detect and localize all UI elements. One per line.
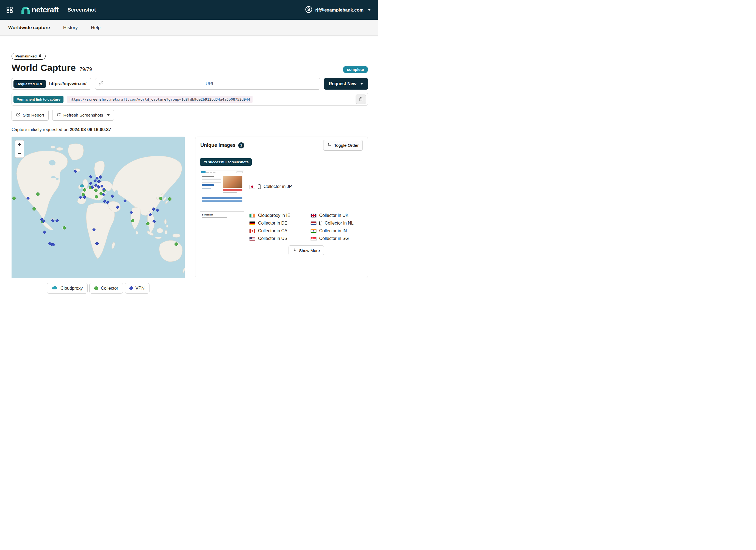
screenshot-thumbnail-jp[interactable] [200, 170, 244, 203]
nav-item-worldwide-capture[interactable]: Worldwide capture [8, 25, 50, 31]
thumb-decoration [206, 172, 209, 173]
map-marker-vpn[interactable] [106, 201, 110, 204]
collector-label: Collector in NL [325, 221, 354, 226]
collector-entry[interactable]: Collector in JP [249, 184, 292, 189]
collector-label: Collector in CA [258, 228, 287, 233]
show-more-button[interactable]: Show More [289, 245, 324, 255]
map-marker-vpn[interactable] [100, 184, 104, 188]
map-marker-collector[interactable] [159, 197, 162, 200]
map-marker-vpn[interactable] [89, 182, 93, 185]
map-marker-vpn[interactable] [123, 199, 127, 203]
map-marker-collector[interactable] [168, 197, 171, 201]
collector-entry[interactable]: Collector in DE [249, 221, 302, 226]
permalinked-label: Permalinked [15, 54, 37, 58]
map-marker-vpn[interactable] [43, 230, 46, 234]
map-marker-vpn[interactable] [156, 209, 159, 212]
collector-label: Collector in UK [319, 213, 349, 218]
map-marker-vpn[interactable] [95, 242, 99, 245]
map-marker-vpn[interactable] [92, 228, 96, 231]
apps-grid-icon[interactable] [6, 6, 13, 13]
row-divider [200, 259, 363, 259]
collector-entry[interactable]: Collector in SG [311, 236, 364, 241]
toggle-order-button[interactable]: Toggle Order [323, 140, 363, 151]
map-marker-vpn[interactable] [51, 219, 55, 223]
collector-label: Collector in DE [258, 221, 287, 226]
map-marker-cloudproxy[interactable] [79, 184, 85, 187]
url-input[interactable] [104, 81, 317, 87]
nav-item-help[interactable]: Help [91, 25, 101, 31]
collector-entry[interactable]: Collector in US [249, 236, 302, 241]
world-map[interactable]: + − [12, 137, 185, 278]
screenshot-thumbnail-forbidden[interactable]: Forbidden [200, 211, 244, 244]
collector-entry[interactable]: Collector in NL [311, 221, 364, 226]
thumb-decoration [200, 170, 244, 174]
panel-body: 79 successful screenshots [195, 154, 368, 264]
flag-us-icon [249, 237, 255, 241]
site-report-button[interactable]: Site Report [12, 110, 49, 121]
request-new-button[interactable]: Request New [324, 78, 368, 90]
legend-collector[interactable]: Collector [89, 283, 123, 294]
map-marker-collector[interactable] [175, 242, 178, 246]
map-marker-vpn[interactable] [74, 170, 77, 173]
map-marker-vpn[interactable] [95, 176, 99, 180]
map-marker-vpn[interactable] [55, 219, 59, 223]
link-icon [99, 81, 104, 87]
flag-sg-icon [311, 237, 317, 241]
map-marker-collector[interactable] [63, 226, 66, 230]
thumb-decoration [223, 176, 242, 193]
map-marker-vpn[interactable] [148, 213, 152, 217]
map-marker-collector[interactable] [83, 188, 86, 192]
zoom-in-button[interactable]: + [15, 140, 24, 149]
mobile-icon [319, 221, 322, 225]
page-title: World Capture [12, 62, 76, 73]
collector-entry[interactable]: Cloudproxy in IE [249, 213, 302, 218]
flag-uk-icon [311, 214, 317, 218]
collector-entry[interactable]: Collector in IN [311, 228, 364, 233]
map-marker-vpn[interactable] [93, 179, 97, 183]
map-marker-vpn[interactable] [79, 196, 82, 199]
site-report-label: Site Report [23, 113, 44, 118]
map-marker-vpn[interactable] [97, 185, 101, 189]
url-input-wrap [95, 78, 320, 90]
map-marker-vpn[interactable] [130, 211, 133, 214]
map-marker-vpn[interactable] [116, 206, 120, 209]
map-marker-collector[interactable] [95, 195, 98, 198]
legend-cloudproxy[interactable]: Cloudproxy [47, 283, 88, 294]
map-marker-vpn[interactable] [152, 208, 155, 211]
thumb-decoration [202, 184, 214, 186]
refresh-screenshots-button[interactable]: Refresh Screenshots [52, 110, 114, 121]
capture-requested-prefix: Capture initially requested on [12, 127, 68, 132]
map-marker-vpn[interactable] [99, 175, 102, 179]
flag-ca-icon [249, 229, 255, 233]
legend-vpn[interactable]: VPN [125, 283, 149, 294]
collector-marker-icon [94, 286, 98, 290]
map-marker-vpn[interactable] [89, 175, 93, 179]
map-marker-vpn[interactable] [153, 220, 156, 223]
user-menu[interactable]: rjf@examplebank.com [305, 6, 371, 14]
map-marker-vpn[interactable] [26, 196, 30, 200]
copy-permalink-button[interactable] [356, 95, 366, 104]
thumb-decoration [202, 181, 221, 183]
permalink-row: Permanent link to capture https://screen… [12, 93, 368, 106]
map-marker-vpn[interactable] [97, 180, 101, 183]
thumb-decoration [223, 192, 237, 193]
map-marker-collector[interactable] [94, 189, 98, 192]
map-marker-collector[interactable] [36, 192, 40, 196]
zoom-out-button[interactable]: − [15, 149, 24, 157]
panel-title: Unique Images [200, 142, 236, 148]
map-marker-vpn[interactable] [110, 194, 114, 198]
nav-item-history[interactable]: History [63, 25, 78, 31]
map-marker-collector[interactable] [32, 207, 36, 211]
map-legend: Cloudproxy Collector VPN [12, 283, 185, 294]
netcraft-logo[interactable]: netcraft [21, 6, 59, 14]
collector-entry[interactable]: Collector in UK [311, 213, 364, 218]
map-marker-collector[interactable] [131, 219, 134, 222]
map-marker-collector[interactable] [12, 197, 16, 200]
actions-row: Site Report Refresh Screenshots [12, 110, 368, 121]
sort-arrows-icon [327, 143, 331, 148]
collector-entry[interactable]: Collector in CA [249, 228, 302, 233]
collector-label: Collector in US [258, 236, 287, 241]
map-marker-collector[interactable] [146, 222, 149, 225]
capture-requested-line: Capture initially requested on 2024-03-0… [12, 127, 368, 132]
app-header: netcraft Screenshot rjf@examplebank.com [0, 0, 378, 20]
